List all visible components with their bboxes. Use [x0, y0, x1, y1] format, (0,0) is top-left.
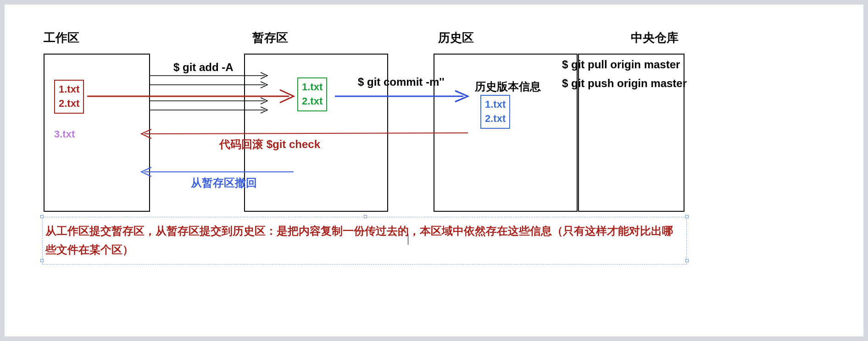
selection-handle[interactable] [685, 215, 689, 218]
footnote-box[interactable]: 从工作区提交暂存区，从暂存区提交到历史区：是把内容复制一份传过去的，本区域中依然… [42, 217, 687, 264]
stage-files-box: 1.txt 2.txt [297, 77, 327, 111]
cmd-unstage: 从暂存区撤回 [191, 176, 257, 190]
history-label: 历史版本信息 [475, 79, 541, 94]
selection-handle[interactable] [685, 259, 689, 262]
selection-handle[interactable] [364, 215, 367, 218]
cmd-git-checkout: 代码回滚 $git check [219, 137, 320, 152]
title-work: 工作区 [44, 30, 79, 46]
title-history: 历史区 [438, 30, 474, 46]
stage-file-2: 2.txt [302, 94, 323, 109]
work-file-3: 3.txt [54, 128, 75, 140]
history-file-2: 2.txt [485, 112, 506, 126]
selection-handle[interactable] [40, 259, 44, 262]
diagram-canvas: 工作区 暂存区 历史区 中央仓库 1.txt 2.txt 3.txt 1.txt… [5, 5, 863, 336]
text-cursor [408, 234, 408, 245]
work-file-2: 2.txt [59, 97, 79, 111]
history-file-1: 1.txt [485, 98, 506, 112]
cmd-git-add: $ git add -A [173, 61, 234, 74]
cmd-git-push: $ git push origin master [562, 77, 687, 90]
area-history [434, 54, 578, 212]
footnote-text: 从工作区提交暂存区，从暂存区提交到历史区：是把内容复制一份传过去的，本区域中依然… [45, 225, 673, 256]
title-central: 中央仓库 [631, 30, 679, 46]
cmd-git-commit: $ git commit -m'' [358, 76, 445, 88]
selection-handle[interactable] [40, 215, 44, 218]
work-file-1: 1.txt [59, 82, 79, 97]
title-stage: 暂存区 [252, 30, 288, 46]
work-files-box: 1.txt 2.txt [54, 80, 84, 114]
stage-file-1: 1.txt [302, 80, 323, 94]
cmd-git-pull: $ git pull origin master [562, 58, 680, 71]
history-files-box: 1.txt 2.txt [480, 95, 510, 129]
